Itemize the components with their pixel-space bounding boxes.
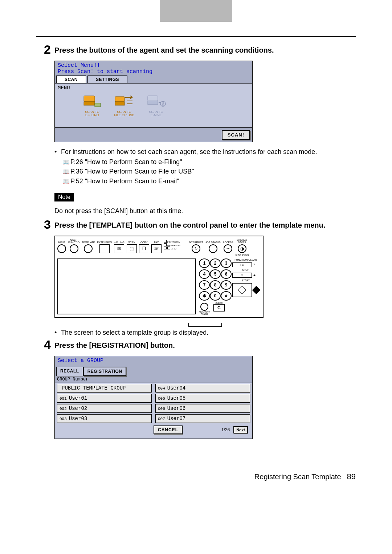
ref-p52: 📖 P.52 "How to Perform Scan to E-mail" (62, 177, 356, 186)
key-5[interactable]: 5 (210, 269, 221, 279)
top-rule (36, 36, 356, 37)
fax-button[interactable]: ☏ (151, 244, 162, 253)
key-hash[interactable]: # (221, 291, 232, 301)
scan-screen-title: Select Menu!! (58, 62, 249, 69)
lcd-display[interactable] (57, 258, 196, 314)
tab-recall[interactable]: RECALL (56, 367, 83, 376)
step-4-heading: 4 Press the [REGISTRATION] button. (36, 338, 356, 351)
scanner-email-icon: @ (146, 94, 167, 109)
agent-scan-to-email[interactable]: @ SCAN TO E-MAIL (143, 94, 169, 117)
agent-fileusb-label: SCAN TO FILE OR USB (111, 110, 137, 117)
step-4-number: 4 (36, 338, 51, 351)
numeric-keypad: 1 2 3 4 5 6 7 8 9 ✱ 0 # (199, 258, 230, 301)
step2-bullet-text: For instructions on how to set each scan… (61, 147, 317, 156)
interrupt-button[interactable]: ↻ (192, 244, 200, 253)
function-clear-button[interactable]: FC (232, 262, 252, 267)
tab-registration[interactable]: REGISTRATION (83, 367, 127, 376)
cp-interrupt-label: INTERRUPT (189, 239, 203, 244)
next-button[interactable]: Next (233, 426, 248, 433)
book-icon: 📖 (62, 167, 70, 176)
key-1[interactable]: 1 (199, 258, 210, 268)
header-tab-stub (0, 0, 392, 22)
step3-bullet: • The screen to select a template group … (54, 328, 356, 337)
scan-screen-subtitle: Press Scan! to start scanning (58, 69, 249, 75)
cp-start-label: START (232, 279, 259, 282)
help-button[interactable] (57, 244, 66, 253)
group-005[interactable]: 005User05 (155, 394, 250, 403)
page-footer: Registering Scan Template 89 (36, 472, 356, 481)
diamond-icon (252, 286, 261, 294)
efiling-button[interactable]: ✉ (114, 244, 124, 253)
group-006[interactable]: 006User06 (155, 404, 250, 413)
extension-button[interactable] (99, 244, 110, 253)
group-select-screen: Select a GROUP RECALL REGISTRATION GROUP… (54, 356, 253, 439)
control-panel-diagram: HELP USER FUNCTIO TEMPLATE EXTENSION e-F… (54, 236, 264, 318)
cp-help-label: HELP (57, 239, 66, 244)
key-8[interactable]: 8 (210, 280, 221, 290)
step3-bullet-text: The screen to select a template group is… (61, 328, 208, 337)
tab-settings[interactable]: SETTINGS (87, 76, 127, 83)
group-001[interactable]: 001User01 (57, 394, 152, 403)
copy-button[interactable]: ❐ (139, 244, 149, 253)
user-function-button[interactable] (70, 244, 78, 253)
group-002[interactable]: 002User02 (57, 404, 152, 413)
start-button[interactable] (232, 283, 252, 297)
key-6[interactable]: 6 (221, 269, 232, 279)
agent-email-label: SCAN TO E-MAIL (143, 110, 169, 117)
step-2-heading: 2 Press the buttons of the agent and set… (36, 43, 356, 56)
template-button[interactable] (84, 244, 93, 253)
cp-energy-label: ENERGY SAVER (236, 239, 249, 244)
page-indicator: 1/26 (221, 427, 230, 432)
access-button[interactable]: ⊸ (224, 244, 232, 253)
clear-button[interactable]: C (213, 304, 225, 311)
footer-page-number: 89 (347, 472, 356, 481)
group-003[interactable]: 003User03 (57, 414, 152, 423)
book-icon: 📖 (62, 177, 70, 186)
svg-rect-6 (148, 101, 158, 105)
stop-button[interactable]: ◎ (232, 273, 252, 278)
ref-p52-text: P.52 "How to Perform Scan to E-mail" (70, 177, 179, 186)
agent-scan-to-file-usb[interactable]: SCAN TO FILE OR USB (111, 94, 137, 117)
ref-p36-text: P.36 "How to Perform Scan to File or USB… (70, 167, 194, 176)
key-4[interactable]: 4 (199, 269, 210, 279)
cp-extension-label: EXTENSION (97, 239, 112, 244)
key-3[interactable]: 3 (221, 258, 232, 268)
book-icon: 📖 (62, 158, 70, 166)
key-0[interactable]: 0 (210, 291, 221, 301)
cp-userfn-label: USER FUNCTIO (68, 239, 79, 244)
scan-menu-screen: Select Menu!! Press Scan! to start scann… (54, 61, 253, 142)
cp-fax-label: FAX (151, 239, 162, 244)
cancel-button[interactable]: CANCEL (154, 425, 183, 434)
scan-button[interactable]: SCAN! (222, 130, 250, 140)
group-public[interactable]: PUBLIC TEMPLATE GROUP (57, 384, 152, 392)
cp-shutdown-label: SHUT DOWN (236, 254, 249, 256)
led-indicators: PRINT DATA MEMORY RX L1 L2 (164, 240, 181, 250)
svg-rect-5 (148, 96, 158, 101)
cp-template-label: TEMPLATE (82, 239, 95, 244)
svg-text:@: @ (162, 102, 164, 106)
group-004[interactable]: 004User04 (155, 384, 250, 392)
diamond-icon (238, 286, 246, 294)
key-9[interactable]: 9 (221, 280, 232, 290)
group-list: PUBLIC TEMPLATE GROUP 004User04 001User0… (57, 384, 250, 423)
note-text: Do not press the [SCAN!] button at this … (54, 207, 356, 215)
agent-efiling-label: SCAN TO E-FILING (79, 110, 105, 117)
ref-p26-text: P.26 "How to Perform Scan to e-Filing" (70, 158, 182, 166)
tab-scan[interactable]: SCAN (56, 76, 86, 83)
scanner-file-icon (114, 94, 135, 109)
group-007[interactable]: 007User07 (155, 414, 250, 423)
step-3-heading: 3 Press the [TEMPLATE] button on the con… (36, 218, 356, 231)
key-2[interactable]: 2 (210, 258, 221, 268)
note-badge: Note (54, 193, 74, 201)
key-7[interactable]: 7 (199, 280, 210, 290)
svg-rect-4 (115, 102, 124, 105)
monitor-pause-button[interactable] (200, 303, 208, 311)
job-status-button[interactable] (209, 244, 217, 253)
stop-icon: ◉ (253, 274, 256, 277)
scan-mode-button[interactable]: ⬚ (127, 244, 137, 253)
menu-label: MENU (58, 85, 249, 91)
svg-rect-2 (95, 103, 101, 107)
energy-saver-button[interactable]: ◑ (238, 244, 246, 253)
key-star[interactable]: ✱ (199, 291, 210, 301)
agent-scan-to-efiling[interactable]: SCAN TO E-FILING (79, 94, 105, 117)
